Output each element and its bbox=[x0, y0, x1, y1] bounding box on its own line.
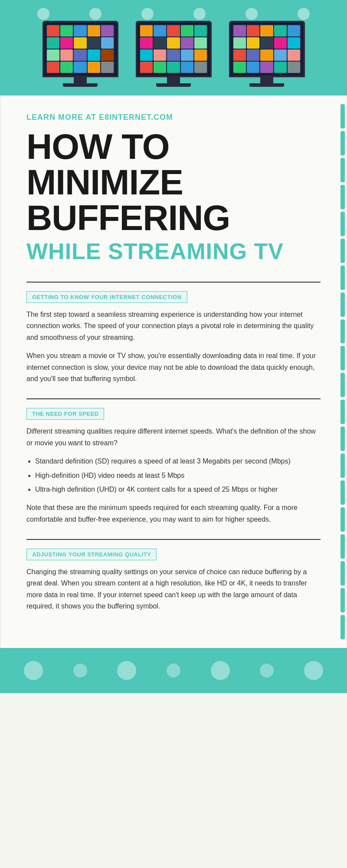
main-content: LEARN MORE AT E8INTERNET.COM HOW TO MINI… bbox=[0, 95, 347, 648]
section-header-internet: GETTING TO KNOW YOUR INTERNET CONNECTION bbox=[26, 291, 187, 303]
section-body-quality-1: Changing the streaming quality settings … bbox=[26, 566, 321, 612]
section-need-for-speed: THE NEED FOR SPEED Different streaming q… bbox=[26, 408, 321, 525]
bottom-banner bbox=[0, 648, 347, 693]
right-bar bbox=[339, 95, 347, 648]
bottom-dot-7 bbox=[304, 661, 323, 680]
speed-list-item-1: Standard definition (SD) requires a spee… bbox=[35, 456, 321, 467]
learn-more-prefix: LEARN MORE AT bbox=[26, 113, 99, 122]
section-internet-connection: GETTING TO KNOW YOUR INTERNET CONNECTION… bbox=[26, 291, 321, 385]
bottom-dot-6 bbox=[260, 664, 274, 677]
top-banner bbox=[0, 0, 347, 95]
top-dot-4 bbox=[193, 8, 206, 20]
divider-mid bbox=[26, 398, 321, 399]
section-body-internet-2: When you stream a movie or TV show, you'… bbox=[26, 350, 321, 385]
dot-row-top bbox=[0, 8, 347, 20]
bottom-dot-1 bbox=[24, 661, 43, 680]
section-body-speed-footer: Note that these are the minimum speeds r… bbox=[26, 502, 321, 525]
divider-bottom bbox=[26, 539, 321, 540]
section-body-internet-1: The first step toward a seamless streami… bbox=[26, 309, 321, 343]
tv-stand-neck-1 bbox=[74, 77, 87, 83]
bottom-dot-4 bbox=[167, 664, 180, 677]
bottom-dot-5 bbox=[211, 661, 230, 680]
speed-list: Standard definition (SD) requires a spee… bbox=[35, 456, 321, 495]
bottom-dot-2 bbox=[73, 664, 87, 677]
top-dot-3 bbox=[141, 8, 154, 20]
tv-stand-base-3 bbox=[249, 83, 284, 87]
section-header-speed: THE NEED FOR SPEED bbox=[26, 408, 104, 420]
tv-monitor-3 bbox=[229, 21, 305, 87]
section-streaming-quality: ADJUSTING YOUR STREAMING QUALITY Changin… bbox=[26, 549, 321, 612]
top-dot-2 bbox=[89, 8, 101, 20]
learn-more-line: LEARN MORE AT E8INTERNET.COM bbox=[26, 113, 321, 122]
top-dot-5 bbox=[246, 8, 258, 20]
speed-list-item-2: High-definition (HD) video needs at leas… bbox=[35, 470, 321, 481]
title-line3: BUFFERING bbox=[26, 200, 321, 236]
speed-list-item-3: Ultra-high definition (UHD) or 4K conten… bbox=[35, 484, 321, 495]
top-dot-6 bbox=[298, 8, 310, 20]
tv-stand-base-1 bbox=[63, 83, 98, 87]
subtitle: WHILE STREAMING TV bbox=[26, 238, 321, 264]
tv-stand-neck-2 bbox=[167, 77, 180, 83]
tv-monitor-2 bbox=[136, 21, 212, 87]
title-line1: HOW TO bbox=[26, 129, 321, 164]
tv-screen-3 bbox=[229, 21, 305, 77]
bottom-dot-3 bbox=[117, 661, 136, 680]
section-body-speed-1: Different streaming qualities require di… bbox=[26, 426, 321, 449]
main-title: HOW TO MINIMIZE BUFFERING bbox=[26, 129, 321, 236]
title-line2: MINIMIZE bbox=[26, 164, 321, 200]
tv-stand-base-2 bbox=[156, 83, 191, 87]
tv-stand-neck-3 bbox=[260, 77, 273, 83]
tv-screen-1 bbox=[43, 21, 118, 77]
tv-screen-2 bbox=[136, 21, 212, 77]
divider-top bbox=[26, 282, 321, 283]
top-dot-1 bbox=[37, 8, 49, 20]
section-body-speed-list: Standard definition (SD) requires a spee… bbox=[26, 456, 321, 495]
learn-more-link[interactable]: E8INTERNET.COM bbox=[99, 113, 173, 122]
tv-monitor-1 bbox=[43, 21, 118, 87]
section-header-quality: ADJUSTING YOUR STREAMING QUALITY bbox=[26, 549, 157, 560]
